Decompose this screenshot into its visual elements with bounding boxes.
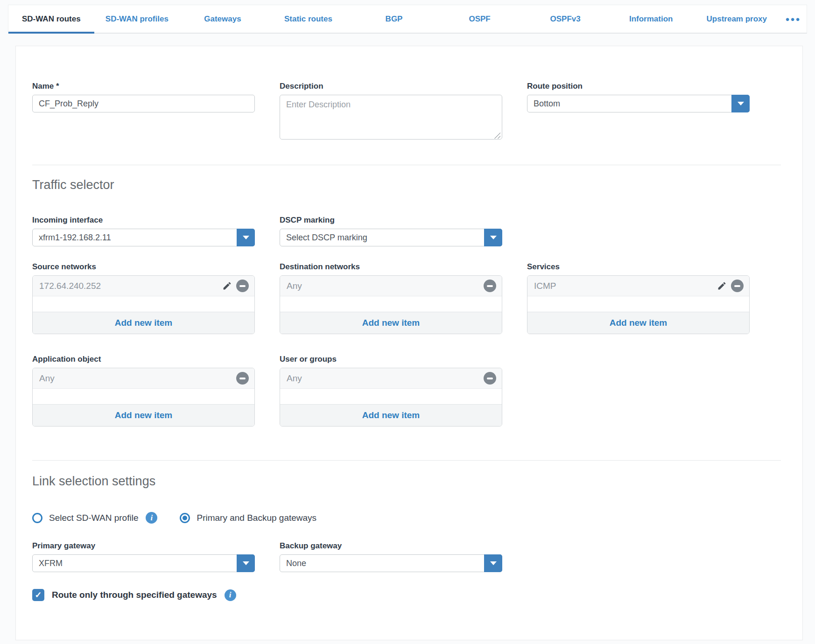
edit-pencil-icon[interactable] (717, 281, 727, 291)
chevron-down-icon[interactable] (237, 554, 255, 572)
user-or-groups-label: User or groups (280, 354, 502, 365)
route-only-checkbox[interactable]: ✓ (32, 589, 44, 601)
tab-sdwan-routes[interactable]: SD-WAN routes (8, 5, 94, 33)
link-selection-heading: Link selection settings (32, 473, 780, 490)
link-selection-radio-group: Select SD-WAN profile i Primary and Back… (32, 512, 780, 524)
info-icon[interactable]: i (146, 512, 157, 524)
application-object-listbox: Any Add new item (32, 368, 255, 427)
list-item: Any (280, 368, 502, 389)
add-new-item-button[interactable]: Add new item (33, 312, 254, 334)
listbox-empty-area (33, 296, 254, 312)
incoming-interface-dropdown[interactable]: xfrm1-192.168.2.11 (32, 229, 255, 246)
app-user-row: Application object Any Add new item User… (32, 354, 780, 427)
add-new-item-button[interactable]: Add new item (280, 312, 502, 334)
list-item: 172.64.240.252 (33, 276, 254, 296)
primary-gateway-label: Primary gateway (32, 540, 255, 552)
tab-bar: SD-WAN routes SD-WAN profiles Gateways S… (8, 5, 807, 34)
list-item-text: Any (287, 281, 484, 291)
traffic-selector-heading: Traffic selector (32, 176, 780, 193)
remove-item-icon[interactable] (484, 372, 496, 385)
backup-gateway-label: Backup gateway (280, 540, 502, 552)
chevron-down-icon[interactable] (484, 554, 502, 572)
route-only-label: Route only through specified gateways (52, 590, 217, 600)
list-item-text: Any (287, 373, 484, 384)
info-icon[interactable]: i (225, 589, 236, 601)
incoming-interface-label: Incoming interface (32, 215, 255, 226)
backup-gateway-dropdown[interactable]: None (280, 554, 502, 572)
remove-item-icon[interactable] (731, 280, 744, 292)
services-label: Services (527, 261, 750, 273)
chevron-down-icon[interactable] (484, 229, 502, 246)
tab-bgp[interactable]: BGP (351, 5, 437, 33)
description-input[interactable] (280, 95, 502, 140)
list-item-text: Any (39, 373, 236, 384)
dropdown-value: XFRM (33, 559, 237, 568)
list-item: ICMP (527, 276, 749, 296)
interface-dscp-row: Incoming interface xfrm1-192.168.2.11 DS… (32, 215, 780, 246)
primary-gateway-dropdown[interactable]: XFRM (32, 554, 255, 572)
name-label: Name * (32, 81, 255, 92)
destination-networks-label: Destination networks (280, 261, 502, 273)
remove-item-icon[interactable] (484, 280, 496, 292)
listbox-empty-area (33, 389, 254, 404)
dscp-marking-dropdown[interactable]: Select DSCP marking (280, 229, 502, 246)
listbox-empty-area (527, 296, 749, 312)
tab-upstream-proxy[interactable]: Upstream proxy (694, 5, 780, 33)
list-item-text: 172.64.240.252 (39, 281, 222, 291)
route-position-label: Route position (527, 81, 750, 92)
list-item: Any (33, 368, 254, 389)
listbox-empty-area (280, 296, 502, 312)
tab-sdwan-profiles[interactable]: SD-WAN profiles (94, 5, 180, 33)
add-new-item-button[interactable]: Add new item (33, 404, 254, 426)
chevron-down-icon[interactable] (731, 95, 750, 112)
list-item: Any (280, 276, 502, 296)
more-tabs-icon[interactable]: ●●● (780, 5, 807, 33)
source-networks-label: Source networks (32, 261, 255, 273)
add-new-item-button[interactable]: Add new item (280, 404, 502, 426)
networks-services-row: Source networks 172.64.240.252 Add new i… (32, 261, 780, 334)
section-divider (32, 165, 781, 165)
dropdown-value: Bottom (527, 99, 731, 109)
dropdown-value: Select DSCP marking (280, 233, 484, 243)
tab-information[interactable]: Information (608, 5, 694, 33)
destination-networks-listbox: Any Add new item (280, 275, 502, 334)
dscp-marking-label: DSCP marking (280, 215, 502, 226)
tab-static-routes[interactable]: Static routes (266, 5, 351, 33)
user-or-groups-listbox: Any Add new item (280, 368, 502, 427)
edit-pencil-icon[interactable] (222, 281, 232, 291)
chevron-down-icon[interactable] (237, 229, 255, 246)
tab-ospfv3[interactable]: OSPFv3 (522, 5, 608, 33)
general-settings-row: Name * Description Route position Bottom (32, 81, 780, 141)
radio-select-sdwan-profile[interactable] (32, 513, 42, 523)
tab-ospf[interactable]: OSPF (437, 5, 523, 33)
remove-item-icon[interactable] (236, 280, 249, 292)
source-networks-listbox: 172.64.240.252 Add new item (32, 275, 255, 334)
list-item-text: ICMP (534, 281, 717, 291)
dropdown-value: xfrm1-192.168.2.11 (33, 233, 237, 243)
radio-primary-backup-gateways[interactable] (180, 513, 190, 523)
sdwan-route-form: Name * Description Route position Bottom… (15, 46, 803, 640)
radio-label: Select SD-WAN profile (49, 513, 138, 523)
remove-item-icon[interactable] (236, 372, 249, 385)
dropdown-value: None (280, 559, 484, 568)
services-listbox: ICMP Add new item (527, 275, 750, 334)
gateways-row: Primary gateway XFRM Backup gateway None (32, 540, 780, 572)
listbox-empty-area (280, 389, 502, 404)
name-input[interactable] (32, 95, 255, 112)
description-label: Description (280, 81, 502, 92)
route-only-row: ✓ Route only through specified gateways … (32, 589, 780, 601)
application-object-label: Application object (32, 354, 255, 365)
section-divider (32, 460, 781, 461)
route-position-dropdown[interactable]: Bottom (527, 95, 750, 112)
add-new-item-button[interactable]: Add new item (527, 312, 749, 334)
radio-label: Primary and Backup gateways (197, 513, 316, 523)
tab-gateways[interactable]: Gateways (180, 5, 266, 33)
